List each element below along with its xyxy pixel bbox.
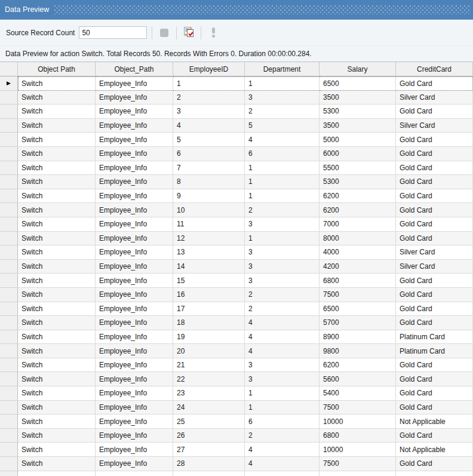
row-selector[interactable] [0,457,18,471]
cell[interactable]: 7 [173,161,245,176]
cell[interactable]: 3500 [320,91,396,105]
cell[interactable]: 5300 [320,105,396,119]
cell[interactable]: 6800 [320,274,396,288]
row-selector[interactable] [0,429,18,443]
row-selector[interactable] [0,316,18,330]
errors-button[interactable] [206,26,220,40]
cell[interactable]: Gold Card [396,274,473,288]
row-selector[interactable]: ▶ [0,76,18,91]
cell[interactable]: 16 [173,288,245,302]
table-row[interactable]: SwitchEmployee_Info1434200Silver Card [0,260,473,274]
cell[interactable]: 8 [173,175,245,189]
cell[interactable]: Switch [18,386,96,401]
cell[interactable]: 1 [245,76,320,91]
cell[interactable]: Employee_Info [96,76,173,91]
cell[interactable]: Employee_Info [96,443,173,457]
cell[interactable]: 7500 [320,457,396,471]
cell[interactable]: 2 [245,203,320,217]
cell[interactable]: Employee_Info [96,372,173,386]
cell[interactable]: Gold Card [396,133,473,147]
cell[interactable]: Employee_Info [96,105,173,119]
cell[interactable]: 2 [245,288,320,302]
row-selector[interactable] [0,105,18,119]
cell[interactable]: Switch [18,414,96,429]
stop-button[interactable] [157,26,171,40]
cell[interactable]: 5600 [320,372,396,386]
cell[interactable]: Silver Card [396,260,473,274]
cell[interactable]: Gold Card [396,217,473,232]
cell[interactable]: 3 [173,105,245,119]
cell[interactable]: Employee_Info [96,232,173,246]
cell[interactable]: 10000 [320,443,396,457]
cell[interactable]: Switch [18,203,96,217]
cell[interactable]: Gold Card [396,232,473,246]
cell[interactable]: Switch [18,260,96,274]
cell[interactable]: Switch [18,232,96,246]
row-selector[interactable] [0,288,18,302]
row-selector[interactable] [0,401,18,415]
cell[interactable]: Switch [18,401,96,415]
cell[interactable]: 7000 [320,217,396,232]
column-header-employeeid[interactable]: EmployeeID [173,62,245,76]
cell[interactable]: 6000 [320,147,396,161]
table-row[interactable]: SwitchEmployee_Info2315400Gold Card [0,386,473,401]
table-row[interactable]: SwitchEmployee_Info666000Gold Card [0,147,473,161]
cell[interactable]: 6 [173,147,245,161]
cell[interactable]: Switch [18,344,96,358]
cell[interactable]: Switch [18,288,96,302]
row-selector[interactable] [0,189,18,204]
cell[interactable]: 2 [173,91,245,105]
cell[interactable]: 4 [245,330,320,345]
table-row[interactable] [0,471,473,476]
table-row[interactable]: SwitchEmployee_Info2626800Gold Card [0,429,473,443]
cell[interactable]: 17 [173,302,245,317]
cell[interactable]: Employee_Info [96,302,173,317]
cell[interactable]: Switch [18,76,96,91]
cell[interactable]: Employee_Info [96,401,173,415]
cell[interactable]: Switch [18,330,96,345]
cell[interactable]: 6200 [320,358,396,373]
grid-corner-cell[interactable] [0,62,18,76]
cell[interactable]: 4 [245,443,320,457]
column-header-object-path[interactable]: Object Path [18,62,96,76]
cell[interactable]: 24 [173,401,245,415]
cell[interactable]: 8000 [320,232,396,246]
cell[interactable]: 11 [173,217,245,232]
cell[interactable]: Switch [18,217,96,232]
row-selector[interactable] [0,161,18,176]
cell[interactable]: 3 [245,91,320,105]
cell[interactable] [173,471,245,476]
cell[interactable]: Gold Card [396,358,473,373]
row-selector[interactable] [0,245,18,260]
table-row[interactable]: SwitchEmployee_Info916200Gold Card [0,189,473,204]
cell[interactable]: 27 [173,443,245,457]
cell[interactable]: Employee_Info [96,245,173,260]
cell[interactable]: 3 [245,358,320,373]
cell[interactable]: 12 [173,232,245,246]
cell[interactable]: 6800 [320,429,396,443]
cell[interactable]: Silver Card [396,119,473,133]
cell[interactable]: 1 [245,175,320,189]
cell[interactable]: 5500 [320,161,396,176]
cell[interactable]: 8900 [320,330,396,345]
cell[interactable]: 1 [245,386,320,401]
cell[interactable]: 4 [245,344,320,358]
cell[interactable]: Gold Card [396,105,473,119]
cell[interactable]: Gold Card [396,457,473,471]
table-row[interactable]: SwitchEmployee_Info27410000Not Applicabl… [0,443,473,457]
cell[interactable]: Employee_Info [96,119,173,133]
cell[interactable]: Employee_Info [96,316,173,330]
cell[interactable]: Employee_Info [96,358,173,373]
table-row[interactable]: SwitchEmployee_Info1536800Gold Card [0,274,473,288]
cell[interactable]: 14 [173,260,245,274]
cell[interactable]: 6 [245,147,320,161]
cell[interactable]: 3 [245,245,320,260]
cell[interactable]: Not Applicable [396,414,473,429]
cell[interactable]: 22 [173,372,245,386]
cell[interactable]: Switch [18,429,96,443]
row-selector[interactable] [0,344,18,358]
cell[interactable]: Gold Card [396,429,473,443]
cell[interactable]: Gold Card [396,161,473,176]
row-selector[interactable] [0,91,18,105]
cell[interactable]: 3 [245,274,320,288]
